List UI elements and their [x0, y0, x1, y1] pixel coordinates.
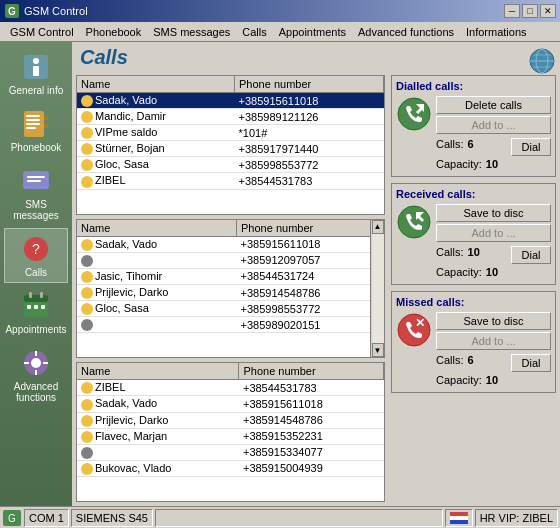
table-row[interactable]: +385912097057: [77, 252, 384, 268]
table-row[interactable]: Gloc, Sasa +385998553772: [77, 301, 384, 317]
phonebook-icon: [20, 108, 52, 140]
svg-text:✕: ✕: [415, 316, 425, 330]
cell-phone: +385998553772: [237, 301, 384, 317]
sidebar-item-general-info-label: General info: [9, 85, 63, 96]
table-row[interactable]: Sadak, Vado +385915611018: [77, 396, 384, 412]
add-to-dialled-button[interactable]: Add to ...: [436, 116, 551, 134]
received-calls-label: Calls:: [436, 246, 464, 264]
add-to-missed-button[interactable]: Add to ...: [436, 332, 551, 350]
cell-phone: +385917971440: [235, 141, 384, 157]
row-icon: [81, 95, 93, 107]
sidebar: General info Phonebook SMS mess: [0, 42, 72, 506]
menu-calls[interactable]: Calls: [236, 24, 272, 40]
svg-rect-30: [43, 362, 48, 364]
sidebar-item-phonebook-label: Phonebook: [11, 142, 62, 153]
row-icon: [81, 127, 93, 139]
sidebar-item-appointments[interactable]: Appointments: [4, 285, 68, 340]
cell-name: [77, 317, 237, 333]
row-icon: [81, 239, 93, 251]
svg-point-36: [398, 98, 430, 130]
svg-point-37: [398, 206, 430, 238]
save-received-button[interactable]: Save to disc: [436, 204, 551, 222]
save-missed-button[interactable]: Save to disc: [436, 312, 551, 330]
missed-col-name: Name: [77, 363, 239, 380]
cell-name: [77, 444, 239, 460]
sidebar-item-sms[interactable]: SMS messages: [4, 160, 68, 226]
menu-sms-messages[interactable]: SMS messages: [147, 24, 236, 40]
menu-gsm-control[interactable]: GSM Control: [4, 24, 80, 40]
table-row[interactable]: +385989020151: [77, 317, 384, 333]
table-row[interactable]: VIPme saldo *101#: [77, 125, 384, 141]
general-info-icon: [20, 51, 52, 83]
appointments-icon: [20, 290, 52, 322]
table-row[interactable]: +385915334077: [77, 444, 384, 460]
svg-rect-4: [33, 66, 39, 76]
advanced-icon: [20, 347, 52, 379]
content-area: Calls Name Phone number: [72, 42, 560, 506]
sidebar-item-phonebook[interactable]: Phonebook: [4, 103, 68, 158]
dialled-panel-title: Dialled calls:: [396, 80, 551, 92]
menu-phonebook[interactable]: Phonebook: [80, 24, 148, 40]
dial-dialled-button[interactable]: Dial: [511, 138, 551, 156]
missed-calls-label: Calls:: [436, 354, 464, 372]
missed-panel: Missed calls: ✕ Save to disc: [391, 291, 556, 393]
table-row[interactable]: Prijlevic, Darko +385914548786: [77, 412, 384, 428]
table-row[interactable]: Sadak, Vado +385915611018: [77, 93, 384, 109]
cell-name: Gloc, Sasa: [77, 301, 237, 317]
svg-rect-28: [35, 370, 37, 375]
table-row[interactable]: Flavec, Marjan +385915352231: [77, 428, 384, 444]
cell-name: Sadak, Vado: [77, 93, 235, 109]
close-button[interactable]: ✕: [540, 4, 556, 18]
svg-rect-42: [450, 512, 468, 516]
table-row[interactable]: ZIBEL +38544531783: [77, 173, 384, 189]
svg-rect-23: [34, 305, 38, 309]
table-row[interactable]: Stürner, Bojan +385917971440: [77, 141, 384, 157]
missed-table: Name Phone number ZIBEL +38544531783 Sad…: [77, 363, 384, 477]
maximize-button[interactable]: □: [522, 4, 538, 18]
status-vip: HR VIP: ZIBEL: [475, 509, 558, 527]
sidebar-item-advanced[interactable]: Advanced functions: [4, 342, 68, 408]
table-row[interactable]: ZIBEL +38544531783: [77, 380, 384, 396]
menu-informations[interactable]: Informations: [460, 24, 533, 40]
menu-advanced-functions[interactable]: Advanced functions: [352, 24, 460, 40]
sidebar-item-general-info[interactable]: General info: [4, 46, 68, 101]
cell-name: Gloc, Sasa: [77, 157, 235, 173]
scrollbar[interactable]: ▲ ▼: [370, 220, 384, 358]
missed-calls-value: 6: [468, 354, 474, 372]
svg-rect-6: [26, 115, 40, 117]
dialled-calls-table: Name Phone number Sadak, Vado +385915611…: [76, 75, 385, 215]
row-icon: [81, 399, 93, 411]
titlebar-controls: ─ □ ✕: [504, 4, 556, 18]
table-row[interactable]: Prijlevic, Darko +385914548786: [77, 284, 384, 300]
table-row[interactable]: Mandic, Damir +385989121126: [77, 109, 384, 125]
dial-missed-button[interactable]: Dial: [511, 354, 551, 372]
row-icon: [81, 463, 93, 475]
svg-rect-21: [40, 292, 43, 298]
delete-calls-button[interactable]: Delete calls: [436, 96, 551, 114]
cell-phone: +385915611018: [235, 93, 384, 109]
received-panel-title: Received calls:: [396, 188, 551, 200]
missed-icon: ✕: [396, 312, 432, 348]
table-row[interactable]: Gloc, Sasa +385998553772: [77, 157, 384, 173]
table-row[interactable]: Sadak, Vado +385915611018: [77, 236, 384, 252]
row-icon: [81, 255, 93, 267]
status-flag: [445, 509, 473, 527]
titlebar: G GSM Control ─ □ ✕: [0, 0, 560, 22]
table-row[interactable]: Jasic, Tihomir +38544531724: [77, 268, 384, 284]
cell-phone: +38544531783: [239, 380, 384, 396]
svg-rect-22: [27, 305, 31, 309]
received-panel: Received calls: Save to disc: [391, 183, 556, 285]
svg-text:G: G: [8, 6, 16, 17]
minimize-button[interactable]: ─: [504, 4, 520, 18]
status-spacer: [155, 509, 443, 527]
menu-appointments[interactable]: Appointments: [273, 24, 352, 40]
svg-rect-43: [450, 516, 468, 520]
add-to-received-button[interactable]: Add to ...: [436, 224, 551, 242]
row-icon: [81, 176, 93, 188]
sidebar-item-calls[interactable]: ? Calls: [4, 228, 68, 283]
missed-panel-title: Missed calls:: [396, 296, 551, 308]
dial-received-button[interactable]: Dial: [511, 246, 551, 264]
row-icon: [81, 319, 93, 331]
missed-calls-table: Name Phone number ZIBEL +38544531783 Sad…: [76, 362, 385, 502]
table-row[interactable]: Bukovac, Vlado +385915004939: [77, 460, 384, 476]
